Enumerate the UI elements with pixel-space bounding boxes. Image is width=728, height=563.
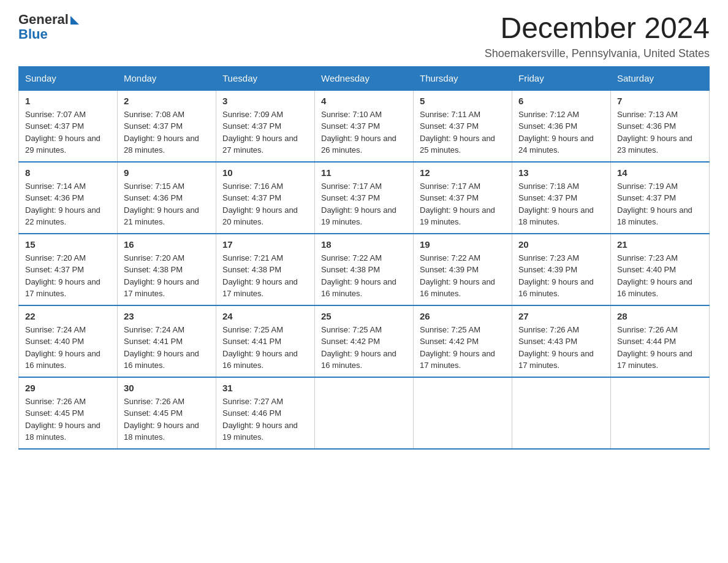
day-info: Sunrise: 7:26 AM Sunset: 4:43 PM Dayligh…	[518, 324, 604, 372]
day-number: 26	[420, 311, 506, 321]
day-number: 15	[25, 239, 111, 250]
calendar-cell: 25 Sunrise: 7:25 AM Sunset: 4:42 PM Dayl…	[315, 305, 414, 377]
calendar-cell: 14 Sunrise: 7:19 AM Sunset: 4:37 PM Dayl…	[611, 162, 710, 234]
day-info: Sunrise: 7:11 AM Sunset: 4:37 PM Dayligh…	[420, 109, 506, 156]
calendar-week-5: 29 Sunrise: 7:26 AM Sunset: 4:45 PM Dayl…	[19, 377, 710, 449]
calendar-week-1: 1 Sunrise: 7:07 AM Sunset: 4:37 PM Dayli…	[19, 90, 710, 162]
day-info: Sunrise: 7:24 AM Sunset: 4:41 PM Dayligh…	[124, 324, 210, 372]
calendar-cell: 4 Sunrise: 7:10 AM Sunset: 4:37 PM Dayli…	[315, 90, 414, 162]
day-number: 11	[321, 167, 407, 178]
calendar-cell	[611, 377, 710, 449]
calendar-cell: 11 Sunrise: 7:17 AM Sunset: 4:37 PM Dayl…	[315, 162, 414, 234]
day-info: Sunrise: 7:25 AM Sunset: 4:42 PM Dayligh…	[420, 324, 506, 372]
day-number: 30	[124, 383, 210, 393]
day-number: 9	[124, 167, 210, 178]
day-number: 31	[222, 383, 308, 393]
day-number: 17	[222, 239, 308, 250]
day-info: Sunrise: 7:24 AM Sunset: 4:40 PM Dayligh…	[25, 324, 111, 372]
calendar-cell: 3 Sunrise: 7:09 AM Sunset: 4:37 PM Dayli…	[216, 90, 315, 162]
calendar-cell: 13 Sunrise: 7:18 AM Sunset: 4:37 PM Dayl…	[512, 162, 611, 234]
day-number: 2	[124, 96, 210, 106]
day-info: Sunrise: 7:19 AM Sunset: 4:37 PM Dayligh…	[617, 180, 703, 228]
day-number: 14	[617, 167, 703, 178]
calendar-cell: 1 Sunrise: 7:07 AM Sunset: 4:37 PM Dayli…	[19, 90, 118, 162]
day-info: Sunrise: 7:13 AM Sunset: 4:36 PM Dayligh…	[617, 109, 703, 156]
day-info: Sunrise: 7:27 AM Sunset: 4:46 PM Dayligh…	[222, 396, 308, 443]
day-info: Sunrise: 7:07 AM Sunset: 4:37 PM Dayligh…	[25, 109, 111, 156]
day-number: 6	[518, 96, 604, 106]
day-info: Sunrise: 7:20 AM Sunset: 4:37 PM Dayligh…	[25, 252, 111, 300]
calendar-cell	[315, 377, 414, 449]
day-number: 27	[518, 311, 604, 321]
day-number: 7	[617, 96, 703, 106]
calendar-cell: 23 Sunrise: 7:24 AM Sunset: 4:41 PM Dayl…	[118, 305, 216, 377]
day-info: Sunrise: 7:18 AM Sunset: 4:37 PM Dayligh…	[518, 180, 604, 228]
day-number: 28	[617, 311, 703, 321]
calendar-cell: 24 Sunrise: 7:25 AM Sunset: 4:41 PM Dayl…	[216, 305, 315, 377]
day-info: Sunrise: 7:08 AM Sunset: 4:37 PM Dayligh…	[124, 109, 210, 156]
calendar-cell: 7 Sunrise: 7:13 AM Sunset: 4:36 PM Dayli…	[611, 90, 710, 162]
calendar-week-2: 8 Sunrise: 7:14 AM Sunset: 4:36 PM Dayli…	[19, 162, 710, 234]
day-number: 24	[222, 311, 308, 321]
day-info: Sunrise: 7:17 AM Sunset: 4:37 PM Dayligh…	[420, 180, 506, 228]
day-number: 1	[25, 96, 111, 106]
day-info: Sunrise: 7:25 AM Sunset: 4:41 PM Dayligh…	[222, 324, 308, 372]
calendar-week-3: 15 Sunrise: 7:20 AM Sunset: 4:37 PM Dayl…	[19, 234, 710, 305]
day-number: 12	[420, 167, 506, 178]
day-info: Sunrise: 7:23 AM Sunset: 4:39 PM Dayligh…	[518, 252, 604, 300]
day-number: 5	[420, 96, 506, 106]
calendar-cell: 16 Sunrise: 7:20 AM Sunset: 4:38 PM Dayl…	[118, 234, 216, 305]
day-info: Sunrise: 7:10 AM Sunset: 4:37 PM Dayligh…	[321, 109, 407, 156]
calendar-cell	[414, 377, 512, 449]
calendar-cell: 29 Sunrise: 7:26 AM Sunset: 4:45 PM Dayl…	[19, 377, 118, 449]
day-number: 18	[321, 239, 407, 250]
logo-general: General	[18, 12, 69, 27]
day-info: Sunrise: 7:23 AM Sunset: 4:40 PM Dayligh…	[617, 252, 703, 300]
calendar-cell: 20 Sunrise: 7:23 AM Sunset: 4:39 PM Dayl…	[512, 234, 611, 305]
col-header-saturday: Saturday	[611, 66, 710, 90]
day-number: 8	[25, 167, 111, 178]
day-info: Sunrise: 7:09 AM Sunset: 4:37 PM Dayligh…	[222, 109, 308, 156]
day-info: Sunrise: 7:26 AM Sunset: 4:44 PM Dayligh…	[617, 324, 703, 372]
day-info: Sunrise: 7:22 AM Sunset: 4:39 PM Dayligh…	[420, 252, 506, 300]
calendar-cell: 10 Sunrise: 7:16 AM Sunset: 4:37 PM Dayl…	[216, 162, 315, 234]
day-number: 22	[25, 311, 111, 321]
day-info: Sunrise: 7:26 AM Sunset: 4:45 PM Dayligh…	[25, 396, 111, 443]
col-header-tuesday: Tuesday	[216, 66, 315, 90]
day-info: Sunrise: 7:20 AM Sunset: 4:38 PM Dayligh…	[124, 252, 210, 300]
day-info: Sunrise: 7:25 AM Sunset: 4:42 PM Dayligh…	[321, 324, 407, 372]
location-title: Shoemakersville, Pennsylvania, United St…	[485, 47, 710, 60]
calendar-cell: 18 Sunrise: 7:22 AM Sunset: 4:38 PM Dayl…	[315, 234, 414, 305]
day-number: 3	[222, 96, 308, 106]
col-header-thursday: Thursday	[414, 66, 512, 90]
day-info: Sunrise: 7:17 AM Sunset: 4:37 PM Dayligh…	[321, 180, 407, 228]
day-number: 20	[518, 239, 604, 250]
calendar-cell: 28 Sunrise: 7:26 AM Sunset: 4:44 PM Dayl…	[611, 305, 710, 377]
day-info: Sunrise: 7:26 AM Sunset: 4:45 PM Dayligh…	[124, 396, 210, 443]
day-info: Sunrise: 7:14 AM Sunset: 4:36 PM Dayligh…	[25, 180, 111, 228]
title-area: December 2024 Shoemakersville, Pennsylva…	[485, 12, 710, 60]
calendar-cell: 22 Sunrise: 7:24 AM Sunset: 4:40 PM Dayl…	[19, 305, 118, 377]
day-number: 23	[124, 311, 210, 321]
day-info: Sunrise: 7:15 AM Sunset: 4:36 PM Dayligh…	[124, 180, 210, 228]
logo: General Blue	[18, 12, 79, 42]
day-info: Sunrise: 7:16 AM Sunset: 4:37 PM Dayligh…	[222, 180, 308, 228]
calendar-cell: 6 Sunrise: 7:12 AM Sunset: 4:36 PM Dayli…	[512, 90, 611, 162]
day-number: 25	[321, 311, 407, 321]
calendar-cell: 8 Sunrise: 7:14 AM Sunset: 4:36 PM Dayli…	[19, 162, 118, 234]
calendar-cell: 15 Sunrise: 7:20 AM Sunset: 4:37 PM Dayl…	[19, 234, 118, 305]
day-number: 13	[518, 167, 604, 178]
calendar-cell: 27 Sunrise: 7:26 AM Sunset: 4:43 PM Dayl…	[512, 305, 611, 377]
calendar-cell: 5 Sunrise: 7:11 AM Sunset: 4:37 PM Dayli…	[414, 90, 512, 162]
calendar-cell: 30 Sunrise: 7:26 AM Sunset: 4:45 PM Dayl…	[118, 377, 216, 449]
calendar-cell: 19 Sunrise: 7:22 AM Sunset: 4:39 PM Dayl…	[414, 234, 512, 305]
day-number: 19	[420, 239, 506, 250]
calendar-cell	[512, 377, 611, 449]
month-title: December 2024	[485, 12, 710, 45]
day-number: 10	[222, 167, 308, 178]
calendar-cell: 26 Sunrise: 7:25 AM Sunset: 4:42 PM Dayl…	[414, 305, 512, 377]
calendar-cell: 21 Sunrise: 7:23 AM Sunset: 4:40 PM Dayl…	[611, 234, 710, 305]
calendar-cell: 9 Sunrise: 7:15 AM Sunset: 4:36 PM Dayli…	[118, 162, 216, 234]
day-info: Sunrise: 7:22 AM Sunset: 4:38 PM Dayligh…	[321, 252, 407, 300]
day-number: 16	[124, 239, 210, 250]
